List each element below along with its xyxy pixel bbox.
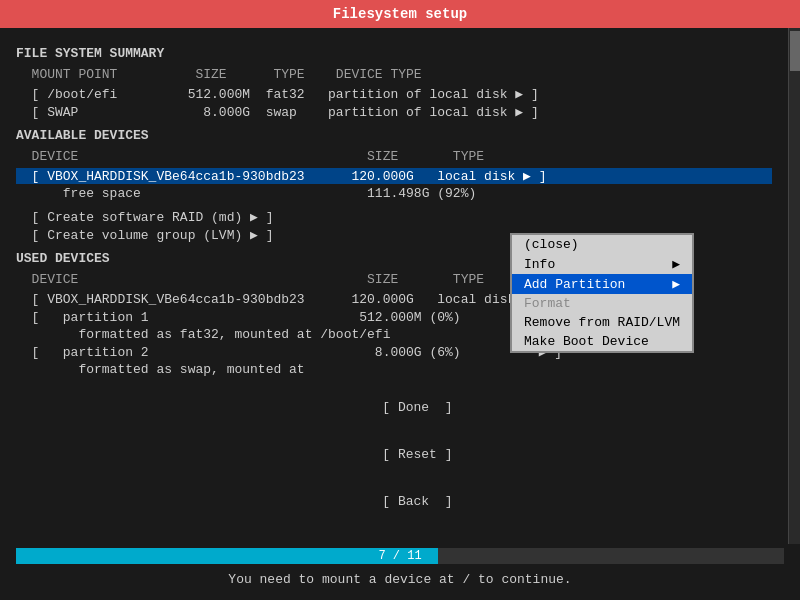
title-label: Filesystem setup	[333, 6, 467, 22]
progress-bar-fill	[16, 548, 438, 564]
context-menu: (close) Info ▶ Add Partition ▶ Format Re…	[510, 233, 694, 353]
fs-summary-columns: MOUNT POINT SIZE TYPE DEVICE TYPE	[16, 67, 772, 82]
available-devices-title: AVAILABLE DEVICES	[16, 128, 772, 143]
fs-row-swap[interactable]: [ SWAP 8.000G swap partition of local di…	[16, 104, 772, 120]
scrollbar-thumb[interactable]	[790, 31, 800, 71]
partition2-desc: formatted as swap, mounted at	[16, 362, 772, 377]
fs-row-boot[interactable]: [ /boot/efi 512.000M fat32 partition of …	[16, 86, 772, 102]
scrollbar[interactable]	[788, 28, 800, 544]
reset-button[interactable]: [ Reset ]	[382, 447, 452, 462]
back-button[interactable]: [ Back ]	[382, 494, 452, 509]
main-panel: FILE SYSTEM SUMMARY MOUNT POINT SIZE TYP…	[0, 28, 788, 544]
done-button[interactable]: [ Done ]	[382, 400, 452, 415]
avail-columns: DEVICE SIZE TYPE	[16, 149, 772, 164]
free-space-row: free space 111.498G (92%)	[16, 186, 772, 201]
menu-item-remove-raid[interactable]: Remove from RAID/LVM	[512, 313, 692, 332]
title-bar: Filesystem setup	[0, 0, 800, 28]
progress-bar: 7 / 11	[16, 548, 784, 564]
vbox-device-row[interactable]: [ VBOX_HARDDISK_VBe64cca1b-930bdb23 120.…	[16, 168, 772, 184]
menu-item-format: Format	[512, 294, 692, 313]
info-arrow-icon: ▶	[672, 256, 680, 272]
create-raid-action[interactable]: [ Create software RAID (md) ▶ ]	[16, 209, 772, 225]
file-system-summary-title: FILE SYSTEM SUMMARY	[16, 46, 772, 61]
status-bar: You need to mount a device at / to conti…	[0, 568, 800, 591]
status-text: You need to mount a device at / to conti…	[228, 572, 571, 587]
menu-item-make-boot[interactable]: Make Boot Device	[512, 332, 692, 351]
menu-item-info[interactable]: Info ▶	[512, 254, 692, 274]
progress-text: 7 / 11	[378, 548, 421, 564]
menu-item-add-partition[interactable]: Add Partition ▶	[512, 274, 692, 294]
progress-bar-container: 7 / 11	[0, 544, 800, 568]
add-partition-arrow-icon: ▶	[672, 276, 680, 292]
menu-item-close[interactable]: (close)	[512, 235, 692, 254]
